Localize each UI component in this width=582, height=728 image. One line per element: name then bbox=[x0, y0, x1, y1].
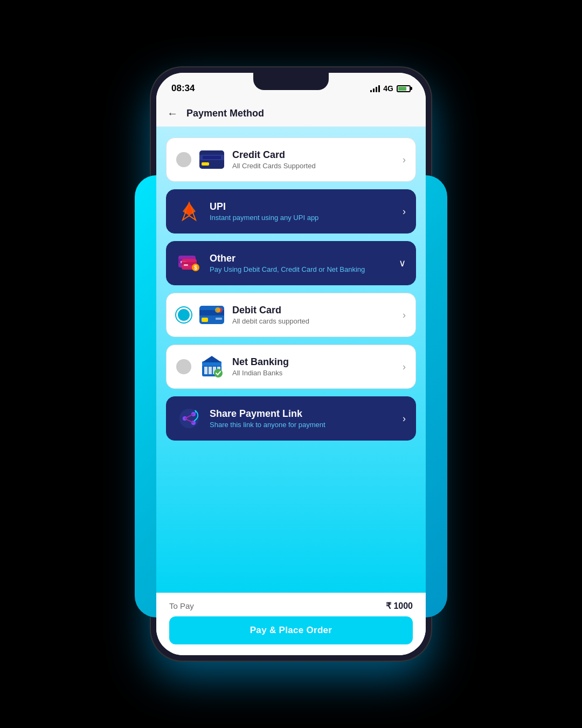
debit-card-chevron: › bbox=[403, 310, 406, 321]
battery-icon bbox=[397, 85, 411, 92]
net-banking-title: Net Banking bbox=[232, 356, 395, 368]
credit-card-icon bbox=[199, 147, 225, 173]
payment-option-other[interactable]: $ Other Pay Using Debit Card, Credit Car… bbox=[166, 241, 416, 285]
other-subtitle: Pay Using Debit Card, Credit Card or Net… bbox=[210, 265, 391, 273]
share-payment-icon bbox=[176, 406, 202, 431]
svg-rect-18 bbox=[216, 318, 222, 320]
payment-option-share-link[interactable]: Share Payment Link Share this link to an… bbox=[166, 396, 416, 441]
svg-marker-23 bbox=[202, 356, 221, 362]
svg-text:$: $ bbox=[194, 265, 197, 271]
share-link-info: Share Payment Link Share this link to an… bbox=[210, 408, 395, 429]
phone-screen: 08:34 4G ← Payment Method bbox=[156, 73, 426, 655]
svg-rect-2 bbox=[202, 162, 209, 166]
svg-rect-24 bbox=[204, 367, 207, 374]
upi-title: UPI bbox=[210, 201, 395, 212]
status-time: 08:34 bbox=[171, 83, 195, 94]
to-pay-row: To Pay ₹ 1000 bbox=[169, 601, 413, 611]
svg-rect-17 bbox=[202, 318, 208, 322]
upi-chevron: › bbox=[403, 206, 406, 217]
debit-card-icon bbox=[199, 302, 225, 328]
to-pay-amount: ₹ 1000 bbox=[386, 601, 413, 611]
svg-rect-3 bbox=[203, 156, 221, 159]
other-icon: $ bbox=[176, 250, 202, 276]
svg-rect-12 bbox=[184, 264, 188, 266]
back-button[interactable]: ← bbox=[167, 107, 178, 120]
notch bbox=[253, 73, 329, 90]
signal-icon bbox=[370, 85, 380, 92]
debit-card-info: Debit Card All debit cards supported bbox=[232, 305, 395, 325]
net-banking-chevron: › bbox=[403, 361, 406, 373]
status-icons: 4G bbox=[370, 84, 411, 93]
radio-inactive-credit bbox=[176, 152, 191, 167]
payment-option-net-banking[interactable]: Net Banking All Indian Banks › bbox=[166, 345, 416, 389]
pay-place-order-button[interactable]: Pay & Place Order bbox=[169, 616, 413, 644]
payment-option-upi[interactable]: UPI Instant payment using any UPI app › bbox=[166, 189, 416, 233]
share-link-title: Share Payment Link bbox=[210, 408, 395, 420]
footer: To Pay ₹ 1000 Pay & Place Order bbox=[156, 593, 426, 655]
credit-card-title: Credit Card bbox=[232, 149, 395, 161]
upi-subtitle: Instant payment using any UPI app bbox=[210, 214, 395, 222]
credit-card-info: Credit Card All Credit Cards Supported bbox=[232, 149, 395, 170]
net-banking-subtitle: All Indian Banks bbox=[232, 369, 395, 377]
other-info: Other Pay Using Debit Card, Credit Card … bbox=[210, 253, 391, 273]
credit-card-chevron: › bbox=[403, 154, 406, 166]
app-header: ← Payment Method bbox=[156, 101, 426, 127]
payment-option-debit-card[interactable]: Debit Card All debit cards supported › bbox=[166, 293, 416, 337]
net-banking-info: Net Banking All Indian Banks bbox=[232, 356, 395, 377]
page-title: Payment Method bbox=[186, 108, 264, 119]
net-banking-icon bbox=[199, 354, 225, 380]
debit-card-title: Debit Card bbox=[232, 305, 395, 316]
share-link-chevron: › bbox=[403, 413, 406, 424]
network-label: 4G bbox=[383, 84, 393, 93]
radio-active-debit bbox=[176, 307, 191, 322]
other-chevron: ∨ bbox=[399, 257, 406, 269]
upi-icon bbox=[176, 198, 202, 224]
radio-inactive-netbank bbox=[176, 359, 191, 374]
to-pay-label: To Pay bbox=[169, 601, 194, 610]
upi-info: UPI Instant payment using any UPI app bbox=[210, 201, 395, 222]
share-link-subtitle: Share this link to anyone for payment bbox=[210, 421, 395, 429]
svg-point-28 bbox=[214, 369, 223, 377]
svg-rect-25 bbox=[209, 367, 212, 374]
payment-option-credit-card[interactable]: Credit Card All Credit Cards Supported › bbox=[166, 138, 416, 182]
debit-card-subtitle: All debit cards supported bbox=[232, 317, 395, 325]
other-title: Other bbox=[210, 253, 391, 264]
svg-point-20 bbox=[215, 307, 220, 313]
main-content: Credit Card All Credit Cards Supported ›… bbox=[156, 127, 426, 598]
credit-card-subtitle: All Credit Cards Supported bbox=[232, 162, 395, 170]
